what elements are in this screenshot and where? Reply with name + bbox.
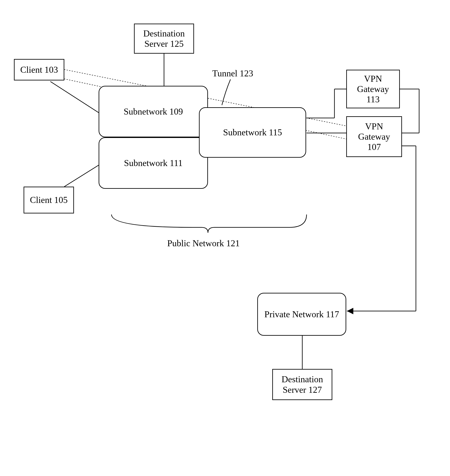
private-network-117: Private Network 117 xyxy=(257,293,346,336)
subnetwork-111: Subnetwork 111 xyxy=(99,137,208,189)
vpn-gateway-113-label: VPN Gateway 113 xyxy=(357,74,389,105)
subnetwork-115-label: Subnetwork 115 xyxy=(223,127,282,138)
private-network-117-label: Private Network 117 xyxy=(264,309,339,319)
svg-marker-13 xyxy=(347,308,353,314)
subnetwork-109: Subnetwork 109 xyxy=(99,86,208,137)
subnetwork-115: Subnetwork 115 xyxy=(199,107,306,158)
subnetwork-111-label: Subnetwork 111 xyxy=(124,158,183,168)
vpn-gateway-107: VPN Gateway 107 xyxy=(346,116,402,157)
subnetwork-109-label: Subnetwork 109 xyxy=(124,106,183,117)
destination-server-125-label: Destination Server 125 xyxy=(143,28,185,49)
tunnel-label: Tunnel 123 xyxy=(212,68,253,78)
destination-server-125: Destination Server 125 xyxy=(134,24,194,54)
vpn-gateway-107-label: VPN Gateway 107 xyxy=(358,121,390,152)
destination-server-127: Destination Server 127 xyxy=(272,369,332,400)
client-105: Client 105 xyxy=(24,187,74,213)
public-network-label: Public Network 121 xyxy=(167,238,240,248)
destination-server-127-label: Destination Server 127 xyxy=(282,374,323,395)
client-103: Client 103 xyxy=(14,59,64,80)
client-105-label: Client 105 xyxy=(30,195,68,205)
svg-line-2 xyxy=(64,165,99,187)
client-103-label: Client 103 xyxy=(20,65,58,75)
svg-line-1 xyxy=(50,82,99,113)
vpn-gateway-113: VPN Gateway 113 xyxy=(346,70,400,108)
